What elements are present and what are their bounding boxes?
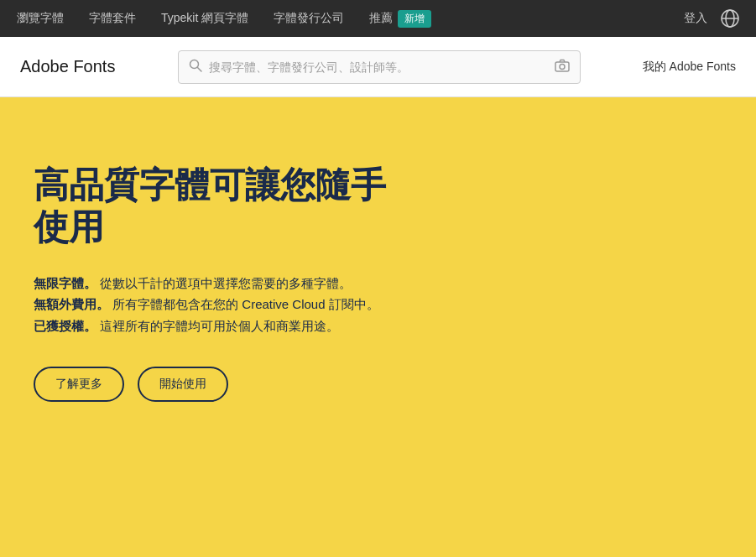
svg-point-6 (560, 64, 565, 69)
hero-buttons: 了解更多 開始使用 (34, 367, 420, 402)
camera-icon[interactable] (555, 59, 570, 75)
hero-description: 無限字體。 從數以千計的選項中選擇您需要的多種字體。 無額外費用。 所有字體都包… (34, 273, 420, 337)
search-icon (189, 59, 202, 75)
my-adobe-fonts-link[interactable]: 我的 Adobe Fonts (643, 60, 736, 75)
nav-recommendations[interactable]: 推薦 新增 (369, 10, 431, 28)
login-link[interactable]: 登入 (684, 11, 707, 26)
logo: Adobe Fonts (20, 57, 115, 76)
nav-font-packs[interactable]: 字體套件 (89, 11, 136, 26)
get-started-button[interactable]: 開始使用 (138, 367, 228, 402)
header: Adobe Fonts 我的 Adobe Fonts (0, 37, 756, 97)
licensed-bold: 已獲授權。 (34, 319, 96, 333)
unlimited-fonts-text: 從數以千計的選項中選擇您需要的多種字體。 (96, 276, 352, 290)
hero-title: 高品質字體可讓您隨手使用 (34, 164, 420, 249)
nav-browse-fonts[interactable]: 瀏覽字體 (17, 11, 64, 26)
unlimited-fonts-bold: 無限字體。 (34, 276, 96, 290)
top-navigation: 瀏覽字體 字體套件 Typekit 網頁字體 字體發行公司 推薦 新增 登入 (0, 0, 756, 37)
new-badge: 新增 (398, 10, 431, 28)
adobe-icon[interactable] (721, 9, 739, 28)
svg-rect-5 (555, 62, 569, 71)
learn-more-button[interactable]: 了解更多 (34, 367, 124, 402)
top-nav-right: 登入 (684, 9, 739, 28)
hero-content: 高品質字體可讓您隨手使用 無限字體。 從數以千計的選項中選擇您需要的多種字體。 … (34, 164, 420, 402)
hero-section: 高品質字體可讓您隨手使用 無限字體。 從數以千計的選項中選擇您需要的多種字體。 … (0, 97, 756, 557)
nav-typekit[interactable]: Typekit 網頁字體 (161, 11, 248, 26)
no-extra-cost-text: 所有字體都包含在您的 Creative Cloud 訂閱中。 (109, 297, 379, 311)
nav-recommend-label[interactable]: 推薦 (369, 11, 393, 26)
search-input[interactable] (209, 60, 548, 74)
no-extra-cost-bold: 無額外費用。 (34, 297, 109, 311)
licensed-text: 這裡所有的字體均可用於個人和商業用途。 (96, 319, 339, 333)
top-nav-left: 瀏覽字體 字體套件 Typekit 網頁字體 字體發行公司 推薦 新增 (17, 10, 431, 28)
nav-publishers[interactable]: 字體發行公司 (274, 11, 344, 26)
search-bar[interactable] (178, 50, 581, 84)
svg-line-4 (197, 68, 201, 72)
